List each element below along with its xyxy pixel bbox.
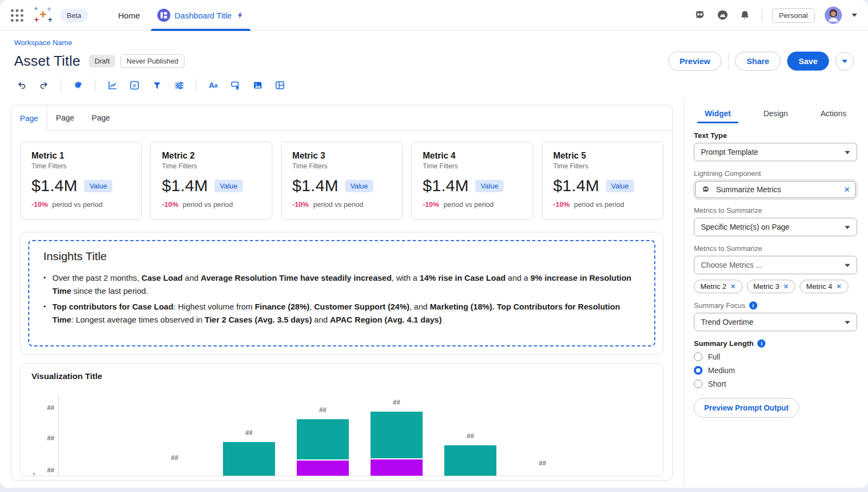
page-tab[interactable]: Page [83, 105, 119, 130]
panel-tab-actions[interactable]: Actions [813, 106, 854, 123]
summary-focus-label: Summary Focus [694, 301, 857, 310]
clear-component-icon[interactable]: ✕ [844, 185, 850, 194]
personal-button[interactable]: Personal [772, 8, 815, 23]
radio-option-medium[interactable]: Medium [694, 366, 857, 375]
visualization-widget[interactable]: Visualization Title Axis Title → #######… [20, 363, 663, 476]
app-launcher-icon[interactable] [11, 9, 23, 22]
chip-remove-icon[interactable]: ✕ [783, 282, 789, 291]
line-chart-icon[interactable] [107, 80, 118, 91]
metric-value: $1.4M [292, 176, 339, 195]
metric-delta: -10%period vs period [553, 200, 652, 209]
metrics-source-select[interactable]: Specific Metric(s) on Page [694, 218, 857, 236]
summary-length-text: Summary Length [694, 339, 754, 348]
nav-home-label: Home [118, 11, 140, 20]
preview-prompt-output-button[interactable]: Preview Prompt Output [694, 398, 799, 418]
metric-card[interactable]: Metric 3Time Filters$1.4MValue-10%period… [281, 142, 403, 220]
profile-caret-icon[interactable] [852, 14, 857, 17]
trailhead-icon[interactable] [716, 9, 729, 22]
image-icon[interactable] [252, 80, 263, 91]
insight-bullet: •Top contributors for Case Load: Highest… [43, 300, 637, 326]
metrics-source-value: Specific Metric(s) on Page [701, 223, 789, 231]
delta-caption: period vs period [574, 200, 624, 209]
delta-value: -10% [292, 200, 309, 209]
dashboard-icon [157, 9, 170, 22]
metrics-picker-select[interactable]: Choose Metrics ... [694, 256, 857, 274]
chip-label: Metric 3 [754, 282, 780, 291]
info-icon[interactable] [749, 301, 757, 310]
radio-button[interactable] [694, 352, 703, 361]
visualization-title: Visualization Title [31, 371, 102, 381]
action-button-icon[interactable] [230, 80, 241, 91]
metric-subtitle: Time Filters [423, 162, 521, 170]
chart-bar [297, 419, 349, 476]
beta-badge: Beta [60, 9, 88, 22]
y-axis-label: Axis Title → [29, 471, 37, 476]
save-options-button[interactable] [835, 52, 854, 71]
metric-title: Metric 1 [31, 151, 130, 161]
panel-tab-widget[interactable]: Widget [697, 106, 738, 123]
page-tab[interactable]: Page [11, 105, 47, 131]
user-avatar[interactable] [825, 7, 842, 24]
summary-length-label: Summary Length [694, 339, 857, 348]
insight-bullet: •Over the past 2 months, Case Load and A… [43, 272, 637, 298]
metric-chip[interactable]: Metric 3✕ [747, 280, 796, 293]
metric-card[interactable]: Metric 4Time Filters$1.4MValue-10%period… [411, 142, 533, 220]
nav-tab-dashboard[interactable]: Dashboard Title [149, 0, 253, 31]
metric-value-row: $1.4MValue [162, 176, 260, 195]
radio-button[interactable] [694, 366, 703, 375]
metric-subtitle: Time Filters [162, 162, 260, 170]
lightning-component-input[interactable]: Summarize Metrics ✕ [695, 181, 856, 198]
metric-value-row: $1.4MValue [423, 176, 521, 195]
metric-card[interactable]: Metric 5Time Filters$1.4MValue-10%period… [542, 142, 663, 220]
settings-gear-icon[interactable] [73, 80, 84, 91]
text-style-icon[interactable]: Aa [208, 80, 219, 91]
save-button[interactable]: Save [787, 52, 829, 71]
page-tab[interactable]: Page [47, 105, 83, 130]
metric-card[interactable]: Metric 2Time Filters$1.4MValue-10%period… [150, 142, 272, 220]
bell-icon[interactable] [739, 9, 752, 22]
einstein-assistant-icon[interactable] [693, 9, 706, 22]
lightning-component-value: Summarize Metrics [716, 185, 781, 194]
chip-remove-icon[interactable]: ✕ [730, 282, 736, 291]
panel-tab-design[interactable]: Design [756, 106, 795, 123]
radio-label: Short [708, 380, 726, 388]
delta-value: -10% [31, 200, 48, 209]
metric-title: Metric 5 [553, 151, 652, 161]
metric-chip[interactable]: Metric 2✕ [694, 280, 743, 293]
metric-chip[interactable]: Metric 4✕ [800, 280, 848, 293]
metric-delta: -10%period vs period [162, 200, 260, 209]
chip-remove-icon[interactable]: ✕ [836, 282, 841, 291]
redo-icon[interactable] [39, 80, 49, 91]
metric-card[interactable]: Metric 1Time Filters$1.4MValue-10%period… [20, 142, 142, 220]
bar-value-label: ## [223, 429, 275, 437]
preview-button[interactable]: Preview [668, 52, 722, 71]
canvas-area: PagePagePage Metric 1Time Filters$1.4MVa… [0, 98, 684, 488]
insights-selected-outline[interactable]: Insights Title •Over the past 2 months, … [28, 240, 655, 346]
summary-focus-select[interactable]: Trend Overtime [694, 313, 857, 331]
text-type-select[interactable]: Prompt Template [694, 143, 857, 161]
radio-option-short[interactable]: Short [694, 380, 857, 388]
metric-chips: Metric 2✕Metric 3✕Metric 4✕ [694, 280, 857, 293]
text-type-label: Text Type [694, 131, 857, 140]
undo-icon[interactable] [16, 80, 27, 91]
radio-option-full[interactable]: Full [694, 352, 857, 361]
filter-icon[interactable] [151, 80, 162, 91]
metric-title: Metric 3 [292, 151, 391, 161]
sliders-icon[interactable] [174, 80, 184, 91]
info-icon[interactable] [757, 339, 765, 348]
metric-number-icon[interactable]: # [129, 80, 140, 91]
value-badge: Value [345, 180, 373, 192]
bullet-dot-icon: • [43, 300, 46, 326]
value-badge: Value [84, 180, 112, 192]
radio-button[interactable] [694, 380, 703, 388]
never-published-badge: Never Published [120, 54, 184, 68]
workspace-link[interactable]: Workspace Name [14, 39, 72, 47]
teal-bar-segment [444, 445, 496, 476]
bar-value-label: ## [444, 432, 496, 440]
insights-widget[interactable]: Insights Title •Over the past 2 months, … [20, 232, 663, 355]
nav-tab-home[interactable]: Home [110, 0, 149, 31]
tableau-logo[interactable]: + + + + + [34, 5, 56, 25]
delta-value: -10% [423, 200, 439, 209]
layout-icon[interactable] [275, 80, 285, 91]
share-button[interactable]: Share [735, 52, 781, 71]
